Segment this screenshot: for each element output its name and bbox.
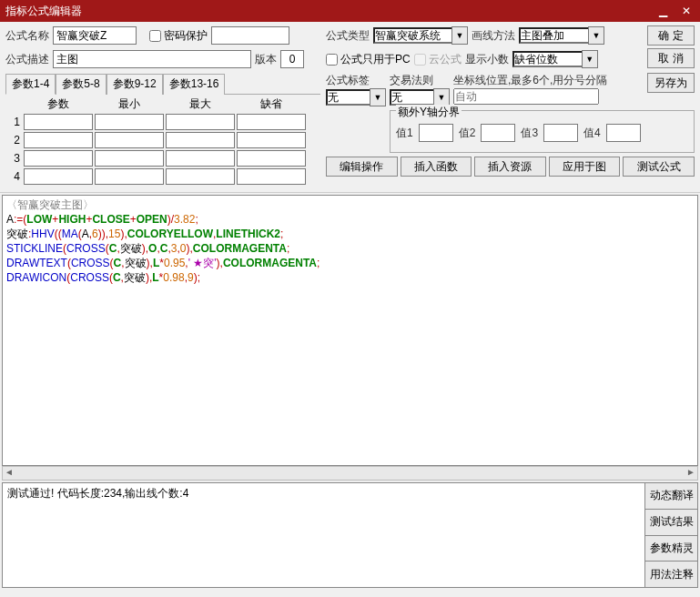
label-formula-type: 公式类型 — [326, 28, 370, 44]
param-input[interactable] — [166, 132, 235, 148]
param-idx: 3 — [5, 152, 22, 165]
ok-button[interactable]: 确 定 — [647, 25, 695, 46]
bottom-panel: 测试通过! 代码长度:234,输出线个数:4 动态翻译 测试结果 参数精灵 用法… — [2, 482, 698, 588]
param-input[interactable] — [24, 132, 93, 148]
formula-name-input[interactable] — [53, 26, 137, 45]
usage-note-button[interactable]: 用法注释 — [645, 562, 698, 588]
formula-desc-input[interactable] — [53, 50, 251, 68]
chevron-down-icon[interactable]: ▼ — [582, 50, 598, 68]
param-input[interactable] — [166, 114, 235, 130]
param-input[interactable] — [24, 150, 93, 167]
label-val1: 值1 — [396, 126, 413, 141]
val4-input[interactable] — [606, 124, 641, 142]
titlebar: 指标公式编辑器 ▁ ✕ — [0, 0, 700, 22]
param-idx: 1 — [5, 116, 22, 128]
param-input[interactable] — [95, 114, 164, 130]
param-tab-4[interactable]: 参数13-16 — [163, 74, 226, 95]
param-idx: 4 — [5, 170, 22, 183]
draw-method-select[interactable] — [519, 27, 588, 44]
label-formula-tag: 公式标签 — [326, 73, 386, 88]
chevron-down-icon[interactable]: ▼ — [588, 26, 604, 45]
saveas-button[interactable]: 另存为 — [647, 73, 695, 93]
edit-op-button[interactable]: 编辑操作 — [326, 157, 398, 177]
label-cloud-formula: 云公式 — [429, 52, 462, 67]
password-protect-checkbox[interactable] — [149, 30, 161, 42]
param-input[interactable] — [24, 114, 93, 130]
label-draw-method: 画线方法 — [472, 28, 515, 44]
extra-y-fieldset: 额外Y轴分界 值1 值2 值3 值4 — [390, 110, 695, 153]
version-input[interactable] — [280, 50, 304, 68]
val3-input[interactable] — [543, 124, 578, 142]
label-formula-desc: 公式描述 — [5, 52, 49, 67]
test-result-button[interactable]: 测试结果 — [645, 510, 698, 536]
coord-input[interactable] — [453, 88, 599, 105]
dyn-translate-button[interactable]: 动态翻译 — [645, 482, 698, 510]
param-input[interactable] — [237, 168, 306, 185]
label-trade-rule: 交易法则 — [390, 73, 450, 88]
code-section-title: 〈智赢突破主图〉 — [6, 198, 94, 211]
insert-func-button[interactable]: 插入函数 — [401, 157, 472, 177]
formula-type-select[interactable] — [373, 27, 451, 44]
param-input[interactable] — [237, 114, 306, 130]
chevron-down-icon[interactable]: ▼ — [451, 26, 468, 45]
window-title: 指标公式编辑器 — [5, 4, 82, 19]
code-editor[interactable]: 〈智赢突破主图〉 A:=(LOW+HIGH+CLOSE+OPEN)/3.82; … — [2, 195, 698, 466]
param-input[interactable] — [166, 150, 235, 167]
formula-tag-select[interactable] — [326, 89, 370, 106]
param-header: 最小 — [95, 96, 164, 112]
decimal-select[interactable] — [512, 51, 582, 67]
label-extra-y: 额外Y轴分界 — [396, 105, 462, 120]
label-password-protect: 密码保护 — [164, 28, 208, 44]
param-input[interactable] — [95, 168, 164, 185]
top-form: 公式名称 密码保护 公式描述 版本 参数1-4 参数5-8 参数9-12 参数1… — [0, 22, 700, 193]
horizontal-scrollbar[interactable] — [2, 466, 698, 481]
apply-graph-button[interactable]: 应用于图 — [549, 157, 621, 177]
param-header: 缺省 — [237, 96, 306, 112]
label-show-decimal: 显示小数 — [465, 52, 509, 67]
top-left-panel: 公式名称 密码保护 公式描述 版本 参数1-4 参数5-8 参数9-12 参数1… — [5, 25, 320, 192]
param-input[interactable] — [166, 168, 235, 185]
cloud-formula-checkbox — [414, 54, 426, 66]
param-wizard-button[interactable]: 参数精灵 — [645, 536, 698, 562]
param-tab-2[interactable]: 参数5-8 — [56, 74, 106, 95]
label-val3: 值3 — [521, 126, 538, 141]
password-input[interactable] — [211, 26, 289, 45]
label-val2: 值2 — [459, 126, 476, 141]
val1-input[interactable] — [419, 124, 453, 142]
window-controls: ▁ ✕ — [654, 3, 695, 19]
minimize-icon[interactable]: ▁ — [654, 3, 671, 19]
insert-res-button[interactable]: 插入资源 — [474, 157, 546, 177]
param-header: 最大 — [166, 96, 235, 112]
label-pc-only: 公式只用于PC — [340, 52, 411, 67]
top-right-panel: 公式类型 ▼ 画线方法 ▼ 公式只用于PC 云公式 显示小数 ▼ 确 定 取 消 — [326, 25, 695, 192]
chevron-down-icon[interactable]: ▼ — [433, 88, 450, 106]
chevron-down-icon[interactable]: ▼ — [370, 88, 386, 106]
param-input[interactable] — [95, 150, 164, 167]
cancel-button[interactable]: 取 消 — [647, 48, 695, 68]
param-input[interactable] — [237, 150, 306, 167]
param-tabs: 参数1-4 参数5-8 参数9-12 参数13-16 — [5, 73, 320, 95]
label-version: 版本 — [255, 52, 277, 67]
label-val4: 值4 — [583, 126, 601, 141]
output-text: 测试通过! 代码长度:234,输出线个数:4 — [7, 487, 188, 500]
label-coord-hint: 坐标线位置,最多6个,用分号分隔 — [453, 73, 640, 88]
trade-rule-select[interactable] — [390, 89, 433, 106]
side-button-column: 动态翻译 测试结果 参数精灵 用法注释 — [645, 482, 698, 588]
param-input[interactable] — [24, 168, 93, 185]
test-formula-button[interactable]: 测试公式 — [623, 157, 695, 177]
param-header: 参数 — [24, 96, 93, 112]
param-idx: 2 — [5, 134, 22, 147]
param-tab-3[interactable]: 参数9-12 — [107, 74, 163, 95]
param-input[interactable] — [95, 132, 164, 148]
param-input[interactable] — [237, 132, 306, 148]
param-grid: 参数 最小 最大 缺省 1 2 3 4 — [5, 95, 320, 192]
param-tab-1[interactable]: 参数1-4 — [5, 74, 56, 95]
close-icon[interactable]: ✕ — [678, 3, 695, 19]
action-button-row: 编辑操作 插入函数 插入资源 应用于图 测试公式 — [326, 157, 695, 177]
output-panel[interactable]: 测试通过! 代码长度:234,输出线个数:4 — [2, 482, 645, 588]
label-formula-name: 公式名称 — [5, 28, 49, 44]
val2-input[interactable] — [481, 124, 515, 142]
pc-only-checkbox[interactable] — [326, 54, 338, 66]
